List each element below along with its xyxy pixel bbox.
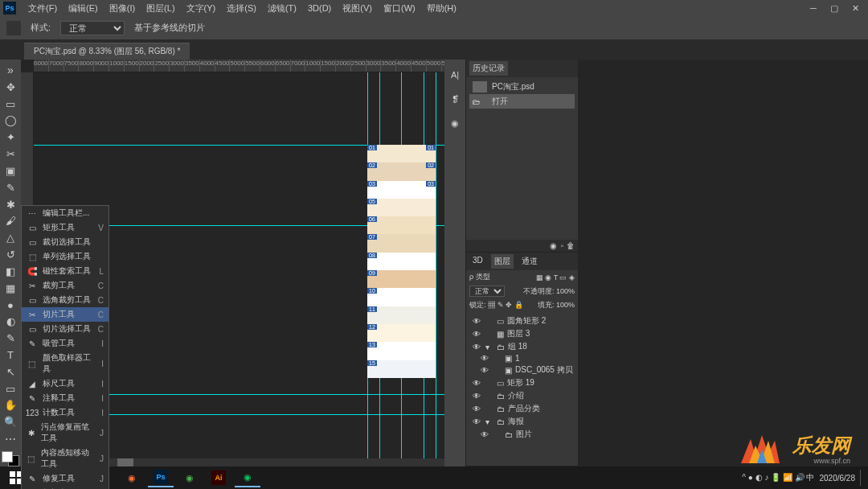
visibility-icon[interactable]: 👁	[471, 379, 482, 388]
illustrator-icon[interactable]: Ai	[206, 468, 231, 487]
panel-icon-char[interactable]: A|	[446, 66, 464, 84]
disclosure-icon[interactable]: ▾	[485, 343, 493, 351]
gradient-tool[interactable]: ▦	[2, 281, 19, 296]
move-tool[interactable]: ✥	[2, 80, 19, 95]
layer-row[interactable]: 👁🗀介绍	[469, 389, 575, 402]
layer-row[interactable]: 👁▦图层 3	[469, 327, 575, 340]
panel-icon-glyph[interactable]: ❡	[446, 90, 464, 108]
slice[interactable]: 06	[367, 216, 436, 234]
ctx-tool-item[interactable]: ✎注释工具I	[22, 391, 108, 405]
lasso-tool[interactable]: ◯	[2, 113, 19, 128]
tab-channels[interactable]: 通道	[518, 254, 541, 269]
slice[interactable]: 13	[367, 342, 436, 360]
slice[interactable]: 10	[367, 288, 436, 306]
maximize-button[interactable]: ▢	[825, 2, 844, 14]
zoom-tool[interactable]: 🔍	[2, 414, 19, 429]
panel-icon-color[interactable]: ◉	[446, 114, 464, 132]
marquee-tool[interactable]: ▭	[2, 97, 19, 112]
visibility-icon[interactable]: 👁	[471, 405, 482, 413]
history-snapshot[interactable]: PC淘宝.psd	[469, 80, 575, 94]
slice[interactable]: 07	[367, 234, 436, 252]
dodge-tool[interactable]: ◐	[2, 314, 19, 329]
slice[interactable]: 12	[367, 324, 436, 342]
visibility-icon[interactable]: 👁	[479, 354, 490, 363]
ctx-tool-item[interactable]: ▭矩形工具V	[22, 220, 108, 235]
menu-window[interactable]: 窗口(W)	[378, 2, 421, 14]
eraser-tool[interactable]: ◧	[2, 264, 19, 279]
edit-toolbar-button[interactable]: ⋯	[2, 431, 19, 446]
ctx-tool-item[interactable]: ⬚内容感知移动工具J	[22, 446, 108, 471]
shape-tool[interactable]: ▭	[2, 381, 19, 397]
delete-icon[interactable]: 🗑	[567, 241, 575, 250]
healing-tool[interactable]: ✱	[2, 197, 19, 212]
hand-tool[interactable]: ✋	[2, 398, 19, 413]
layer-row[interactable]: 👁▭矩形 19	[469, 376, 575, 389]
stamp-tool[interactable]: △	[2, 230, 19, 245]
disclosure-icon[interactable]: ▾	[485, 417, 493, 426]
tab-3d[interactable]: 3D	[469, 254, 486, 269]
menu-filter[interactable]: 滤镜(T)	[262, 2, 302, 14]
eyedropper-tool[interactable]: ✎	[2, 180, 19, 195]
menu-edit[interactable]: 编辑(E)	[63, 2, 104, 14]
ctx-tool-item[interactable]: ▭裁切选择工具	[22, 235, 108, 249]
frame-tool[interactable]: ▣	[2, 163, 19, 179]
crop-tool[interactable]: ✂	[2, 146, 19, 162]
slice[interactable]: 09	[367, 270, 436, 288]
ctx-tool-item[interactable]: ✎吸管工具I	[22, 336, 108, 351]
menu-select[interactable]: 选择(S)	[221, 2, 262, 14]
menu-help[interactable]: 帮助(H)	[421, 2, 462, 14]
tray-icons[interactable]: ^ ● ◐ ♪ 🔋 📶 🔊 中	[742, 472, 814, 483]
ctx-tool-item[interactable]: ✂切片工具C	[22, 307, 108, 322]
slice[interactable]: 05	[367, 199, 436, 216]
visibility-icon[interactable]: 👁	[471, 392, 482, 401]
visibility-icon[interactable]: 👁	[471, 317, 482, 326]
blur-tool[interactable]: ●	[2, 298, 19, 313]
pen-tool[interactable]: ✎	[2, 331, 19, 346]
ctx-tool-item[interactable]: ✂裁剪工具C	[22, 278, 108, 293]
document-tab[interactable]: PC淘宝.psd @ 8.33% (图层 56, RGB/8) *	[24, 43, 190, 60]
firefox-icon[interactable]: ◉	[119, 468, 145, 487]
wand-tool[interactable]: ✦	[2, 129, 19, 145]
history-brush-tool[interactable]: ↺	[2, 247, 19, 262]
taskbar-date[interactable]: 2020/6/28	[820, 474, 856, 483]
layer-row[interactable]: 👁🗀产品分类	[469, 402, 575, 415]
current-tool-icon[interactable]	[6, 21, 21, 35]
canvas-scrollbar-thumb[interactable]	[117, 458, 133, 466]
slice-guides-checkbox[interactable]: 基于参考线的切片	[134, 22, 205, 34]
ctx-tool-item[interactable]: 123计数工具I	[22, 405, 108, 420]
slice[interactable]: 0202	[367, 162, 436, 180]
slice[interactable]: 0101	[367, 145, 436, 162]
ctx-tool-item[interactable]: ⬚单列选择工具	[22, 249, 108, 264]
new-snapshot-icon[interactable]: ◉	[550, 241, 557, 250]
ctx-tool-item[interactable]: ◢标尺工具I	[22, 376, 108, 391]
visibility-icon[interactable]: 👁	[471, 417, 482, 426]
visibility-icon[interactable]: 👁	[479, 366, 490, 375]
ctx-tool-item[interactable]: ⬚内容感知移动工具J	[22, 486, 108, 489]
minimize-button[interactable]: ─	[804, 2, 823, 14]
layer-row[interactable]: 👁🗀图片	[469, 428, 575, 441]
layer-row[interactable]: 👁▭圆角矩形 2	[469, 314, 575, 327]
menu-layer[interactable]: 图层(L)	[141, 2, 180, 14]
new-state-icon[interactable]: ▫	[560, 241, 563, 250]
slice[interactable]: 11	[367, 306, 436, 324]
wechat-icon[interactable]: ◉	[235, 468, 260, 487]
browser-icon[interactable]: ◉	[177, 468, 203, 487]
tab-layers[interactable]: 图层	[491, 254, 514, 269]
ctx-tool-item[interactable]: ✎修复工具J	[22, 471, 108, 486]
guide-vertical[interactable]	[436, 72, 436, 466]
filter-icons[interactable]: ▦ ◉ T ▭ ◈	[536, 273, 575, 281]
visibility-icon[interactable]: 👁	[471, 330, 482, 339]
slice[interactable]: 15	[367, 360, 436, 378]
toolbar-expand-icon[interactable]: »	[2, 63, 19, 78]
ctx-tool-item[interactable]: 🧲磁性套索工具L	[22, 264, 108, 278]
show-desktop[interactable]	[860, 470, 865, 486]
layer-row[interactable]: 👁▣1	[469, 353, 575, 364]
style-select[interactable]: 正常	[60, 21, 125, 35]
ctx-tool-item[interactable]: ✱污点修复画笔工具J	[22, 420, 108, 446]
visibility-icon[interactable]: 👁	[471, 343, 482, 351]
layer-row[interactable]: 👁▾🗀组 18	[469, 340, 575, 353]
color-swatches[interactable]	[2, 451, 19, 466]
ctx-tool-item[interactable]: ⬚颜色取样器工具I	[22, 351, 108, 376]
brush-tool[interactable]: 🖌	[2, 213, 19, 228]
menu-3d[interactable]: 3D(D)	[302, 3, 337, 13]
